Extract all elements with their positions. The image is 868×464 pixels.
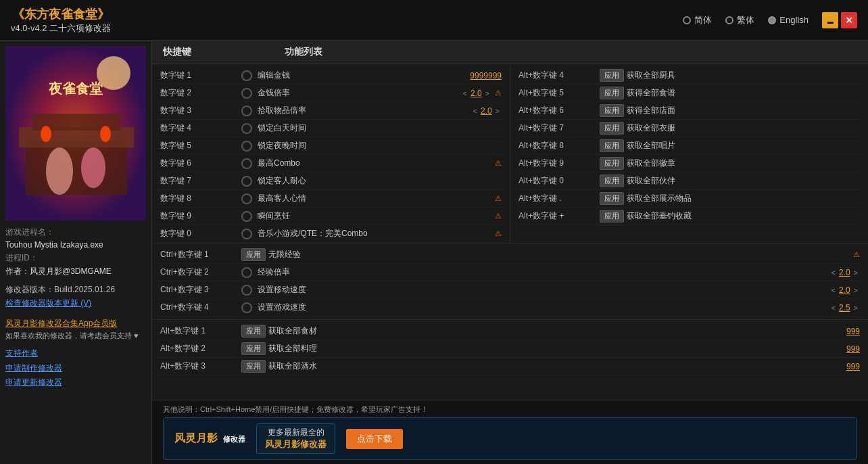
toggle-perfect-combo[interactable] (241, 229, 252, 239)
cheat-row-instant-cook: 数字键 9 瞬间烹饪 ⚠ (158, 208, 504, 225)
svg-point-5 (41, 126, 51, 142)
apply-all-dishes[interactable]: 应用 (241, 342, 266, 355)
cheat-row-max-combo: 数字键 6 最高Combo ⚠ (158, 155, 504, 172)
toggle-max-combo[interactable] (241, 158, 252, 169)
apply-unlimited-exp[interactable]: 应用 (241, 248, 266, 261)
col-right: Alt+数字键 4 应用 获取全部厨具 Alt+数字键 5 应用 获得全部食谱 … (510, 67, 868, 243)
lang-traditional-label: 繁体 (737, 14, 754, 26)
apply-all-records[interactable]: 应用 (600, 139, 624, 152)
toggle-max-mood[interactable] (241, 193, 252, 204)
process-value: Touhou Mystia Izakaya.exe (5, 239, 146, 252)
support-author-link[interactable]: 支持作者 (5, 346, 146, 361)
game-process-info: 游戏进程名： Touhou Mystia Izakaya.exe 进程ID： 作… (5, 226, 146, 278)
toggle-lock-patience[interactable] (241, 176, 252, 187)
toggle-lock-day[interactable] (241, 123, 252, 134)
lang-traditional-radio (725, 16, 733, 24)
cheat-row-all-badges: Alt+数字键 9 应用 获取全部徽章 (516, 155, 863, 172)
alt-section: Alt+数字键 1 应用 获取全部食材 999 Alt+数字键 2 应用 获取全… (152, 319, 868, 378)
lang-english[interactable]: English (768, 15, 809, 25)
lang-simplified[interactable]: 简体 (683, 14, 712, 26)
footer-note: 其他说明：Ctrl+Shift+Home禁用/启用快捷键；免费修改器，希望玩家广… (163, 404, 857, 415)
footer-ad-download-button[interactable]: 点击下载 (346, 429, 403, 449)
game-art: 夜雀食堂 (5, 46, 146, 221)
apply-all-displays[interactable]: 应用 (600, 192, 624, 205)
toggle-game-speed[interactable] (241, 302, 252, 313)
cheat-columns: 数字键 1 编辑金钱 9999999 数字键 2 金钱倍率 < 2.0 > (152, 67, 868, 243)
toggle-money-mult[interactable] (241, 88, 252, 99)
cheat-row-all-recipes: Alt+数字键 5 应用 获得全部食谱 (516, 85, 863, 102)
main-area: 夜雀食堂 游戏进程名： Touhou Mystia Izakaya.exe 进程… (0, 41, 868, 464)
lang-traditional[interactable]: 繁体 (725, 14, 754, 26)
version-info: 修改器版本：Build.2025.01.26 检查修改器版本更新 (V) (5, 283, 146, 311)
toggle-lock-night[interactable] (241, 141, 252, 152)
cheat-row-all-cookware: Alt+数字键 4 应用 获取全部厨具 (516, 67, 863, 85)
func-col-header: 功能列表 (285, 46, 322, 58)
lang-english-label: English (779, 15, 809, 25)
cheat-row-all-partners: Alt+数字键 0 应用 获取全部伙伴 (516, 172, 863, 190)
cheat-row-unlimited-exp: Ctrl+数字键 1 应用 无限经验 ⚠ (158, 246, 863, 264)
pid-info: 进程ID： (5, 252, 146, 264)
update-link[interactable]: 检查修改器版本更新 (V) (5, 296, 146, 311)
ad-graphic: 更多最新最全的 风灵月影修改器 (256, 423, 335, 454)
app-title-sub: v4.0-v4.2 二十六项修改器 (11, 22, 111, 34)
minimize-button[interactable]: 🗕 (822, 12, 838, 28)
cheat-row-money: 数字键 1 编辑金钱 9999999 (158, 67, 504, 85)
cheat-content[interactable]: 数字键 1 编辑金钱 9999999 数字键 2 金钱倍率 < 2.0 > (152, 64, 868, 400)
game-image: 夜雀食堂 (5, 46, 146, 221)
cheat-row-all-ingredients: Alt+数字键 1 应用 获取全部食材 999 (158, 323, 863, 340)
version-label: 修改器版本：Build.2025.01.26 (5, 283, 146, 296)
toggle-exp-mult[interactable] (241, 267, 252, 278)
cheat-row-lock-day: 数字键 4 锁定白天时间 (158, 120, 504, 137)
app-title-main: 《东方夜雀食堂》 (12, 6, 110, 22)
apply-all-clothes[interactable]: 应用 (600, 122, 624, 135)
svg-rect-2 (26, 141, 127, 195)
svg-point-8 (81, 147, 105, 188)
svg-point-7 (46, 147, 73, 195)
apply-all-ingredients[interactable]: 应用 (241, 325, 266, 338)
toggle-pickup-mult[interactable] (241, 106, 252, 116)
apply-all-fishing[interactable]: 应用 (600, 210, 624, 223)
footer-ad-logo: 风灵月影 修改器 (174, 432, 245, 446)
apply-all-cookware[interactable]: 应用 (600, 69, 624, 82)
update-mod-link[interactable]: 申请更新修改器 (5, 375, 146, 390)
links-section: 支持作者 申请制作修改器 申请更新修改器 (5, 346, 146, 390)
vip-link[interactable]: 风灵月影修改器合集App会员版 (5, 317, 146, 331)
cheat-row-lock-patience: 数字键 7 锁定客人耐心 (158, 172, 504, 190)
lang-simplified-radio (683, 16, 691, 24)
cheat-row-all-shops: Alt+数字键 6 应用 获得全部店面 (516, 102, 863, 120)
svg-text:夜雀食堂: 夜雀食堂 (48, 81, 103, 96)
author-info: 作者：风灵月影@3DMGAME (5, 265, 146, 278)
vip-section: 风灵月影修改器合集App会员版 如果喜欢我的修改器，请考虑会员支持 ♥ (5, 317, 146, 342)
title-bar: 《东方夜雀食堂》 v4.0-v4.2 二十六项修改器 简体 繁体 English… (0, 0, 868, 41)
window-controls: 🗕 ✕ (822, 12, 857, 28)
left-panel: 夜雀食堂 游戏进程名： Touhou Mystia Izakaya.exe 进程… (0, 41, 152, 464)
lang-english-radio (768, 16, 776, 24)
cheat-row-money-mult: 数字键 2 金钱倍率 < 2.0 > ⚠ (158, 85, 504, 102)
cheat-row-all-records: Alt+数字键 8 应用 获取全部唱片 (516, 137, 863, 155)
ctrl-section: Ctrl+数字键 1 应用 无限经验 ⚠ Ctrl+数字键 2 经验倍率 < 2… (152, 243, 868, 319)
cheat-row-max-mood: 数字键 8 最高客人心情 ⚠ (158, 190, 504, 208)
apply-mod-link[interactable]: 申请制作修改器 (5, 361, 146, 376)
cheat-row-lock-night: 数字键 5 锁定夜晚时间 (158, 137, 504, 155)
lang-simplified-label: 简体 (694, 14, 712, 26)
toggle-move-speed[interactable] (241, 285, 252, 296)
toggle-money[interactable] (241, 70, 252, 81)
cheat-row-all-displays: Alt+数字键 . 应用 获取全部展示物品 (516, 190, 863, 208)
svg-point-6 (100, 126, 111, 142)
cheat-header: 快捷键 功能列表 (152, 41, 868, 64)
apply-all-badges[interactable]: 应用 (600, 157, 624, 170)
cheat-row-exp-mult: Ctrl+数字键 2 经验倍率 < 2.0 > (158, 264, 863, 281)
hotkey-col-header: 快捷键 (163, 46, 285, 58)
cheat-row-all-dishes: Alt+数字键 2 应用 获取全部料理 999 (158, 340, 863, 358)
money-mult-val: < 2.0 > ⚠ (460, 89, 502, 98)
right-panel: 快捷键 功能列表 数字键 1 编辑金钱 9999999 (152, 41, 868, 464)
apply-all-recipes[interactable]: 应用 (600, 87, 624, 99)
close-button[interactable]: ✕ (841, 12, 857, 28)
col-left: 数字键 1 编辑金钱 9999999 数字键 2 金钱倍率 < 2.0 > (152, 67, 510, 243)
apply-all-shops[interactable]: 应用 (600, 104, 624, 117)
cheat-row-pickup-mult: 数字键 3 拾取物品倍率 < 2.0 > (158, 102, 504, 120)
apply-all-drinks[interactable]: 应用 (241, 360, 266, 373)
toggle-instant-cook[interactable] (241, 211, 252, 222)
apply-all-partners[interactable]: 应用 (600, 175, 624, 187)
cheat-row-all-fishing: Alt+数字键 + 应用 获取全部垂钓收藏 (516, 208, 863, 225)
